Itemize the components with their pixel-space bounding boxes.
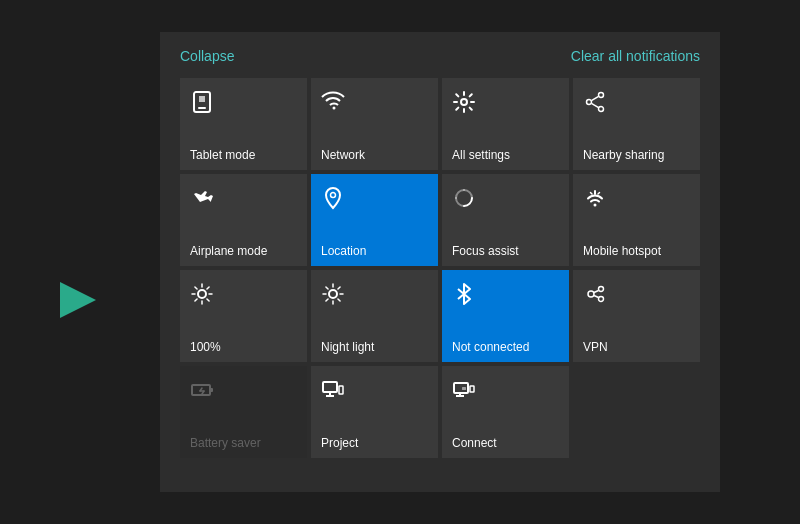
tile-network[interactable]: Network bbox=[311, 78, 438, 170]
tile-all-settings-label: All settings bbox=[452, 148, 510, 162]
svg-line-16 bbox=[594, 291, 599, 293]
svg-line-7 bbox=[591, 96, 598, 100]
tile-focus-assist-label: Focus assist bbox=[452, 244, 519, 258]
svg-point-4 bbox=[599, 93, 604, 98]
svg-point-11 bbox=[198, 290, 206, 298]
tile-vpn[interactable]: VPN bbox=[573, 270, 700, 362]
svg-line-17 bbox=[594, 296, 599, 298]
tile-vpn-label: VPN bbox=[583, 340, 608, 354]
tile-brightness-label: 100% bbox=[190, 340, 221, 354]
vpn-icon bbox=[583, 282, 607, 312]
night-light-icon bbox=[321, 282, 345, 312]
svg-point-12 bbox=[329, 290, 337, 298]
action-center-panel: Collapse Clear all notifications Tablet … bbox=[160, 32, 720, 492]
tile-focus-assist[interactable]: Focus assist bbox=[442, 174, 569, 266]
tile-mobile-hotspot[interactable]: Mobile hotspot bbox=[573, 174, 700, 266]
nearby-sharing-icon bbox=[583, 90, 607, 120]
mobile-hotspot-icon bbox=[583, 186, 607, 216]
svg-point-2 bbox=[333, 107, 336, 110]
svg-point-9 bbox=[331, 193, 336, 198]
tile-network-label: Network bbox=[321, 148, 365, 162]
svg-rect-26 bbox=[339, 386, 343, 394]
tile-mobile-hotspot-label: Mobile hotspot bbox=[583, 244, 661, 258]
focus-assist-icon bbox=[452, 186, 476, 216]
tile-nearby-sharing[interactable]: Nearby sharing bbox=[573, 78, 700, 170]
tile-all-settings[interactable]: All settings bbox=[442, 78, 569, 170]
svg-rect-31 bbox=[462, 387, 466, 390]
tile-not-connected-label: Not connected bbox=[452, 340, 529, 354]
tiles-grid: Tablet mode Network All settings bbox=[180, 78, 700, 458]
battery-saver-icon bbox=[190, 378, 214, 408]
svg-rect-1 bbox=[198, 107, 206, 109]
collapse-button[interactable]: Collapse bbox=[180, 48, 234, 64]
panel-header: Collapse Clear all notifications bbox=[180, 48, 700, 64]
tile-brightness[interactable]: 100% bbox=[180, 270, 307, 362]
svg-rect-28 bbox=[470, 386, 474, 392]
arrow-indicator bbox=[60, 282, 96, 318]
project-icon bbox=[321, 378, 345, 408]
svg-rect-23 bbox=[323, 382, 337, 392]
svg-rect-19 bbox=[210, 388, 213, 392]
tile-not-connected[interactable]: Not connected bbox=[442, 270, 569, 362]
svg-line-8 bbox=[591, 103, 598, 107]
location-icon bbox=[321, 186, 345, 216]
tile-battery-saver[interactable]: Battery saver bbox=[180, 366, 307, 458]
svg-point-10 bbox=[594, 204, 597, 207]
clear-all-button[interactable]: Clear all notifications bbox=[571, 48, 700, 64]
tile-connect[interactable]: Connect bbox=[442, 366, 569, 458]
connect-icon bbox=[452, 378, 476, 408]
tile-location-label: Location bbox=[321, 244, 366, 258]
settings-icon bbox=[452, 90, 476, 120]
brightness-icon bbox=[190, 282, 214, 312]
network-icon bbox=[321, 90, 345, 120]
tile-project-label: Project bbox=[321, 436, 358, 450]
tile-airplane-mode-label: Airplane mode bbox=[190, 244, 267, 258]
tablet-mode-icon bbox=[190, 90, 214, 120]
svg-point-6 bbox=[599, 107, 604, 112]
svg-point-13 bbox=[588, 291, 594, 297]
tile-nearby-sharing-label: Nearby sharing bbox=[583, 148, 664, 162]
tile-project[interactable]: Project bbox=[311, 366, 438, 458]
svg-point-15 bbox=[599, 297, 604, 302]
bluetooth-icon bbox=[452, 282, 476, 312]
tile-night-light[interactable]: Night light bbox=[311, 270, 438, 362]
airplane-icon bbox=[190, 186, 214, 216]
svg-point-14 bbox=[599, 287, 604, 292]
tile-tablet-mode[interactable]: Tablet mode bbox=[180, 78, 307, 170]
tile-night-light-label: Night light bbox=[321, 340, 374, 354]
tile-airplane-mode[interactable]: Airplane mode bbox=[180, 174, 307, 266]
tile-tablet-mode-label: Tablet mode bbox=[190, 148, 255, 162]
tile-location[interactable]: Location bbox=[311, 174, 438, 266]
svg-point-3 bbox=[461, 99, 467, 105]
svg-point-5 bbox=[587, 100, 592, 105]
tile-battery-saver-label: Battery saver bbox=[190, 436, 261, 450]
tile-connect-label: Connect bbox=[452, 436, 497, 450]
